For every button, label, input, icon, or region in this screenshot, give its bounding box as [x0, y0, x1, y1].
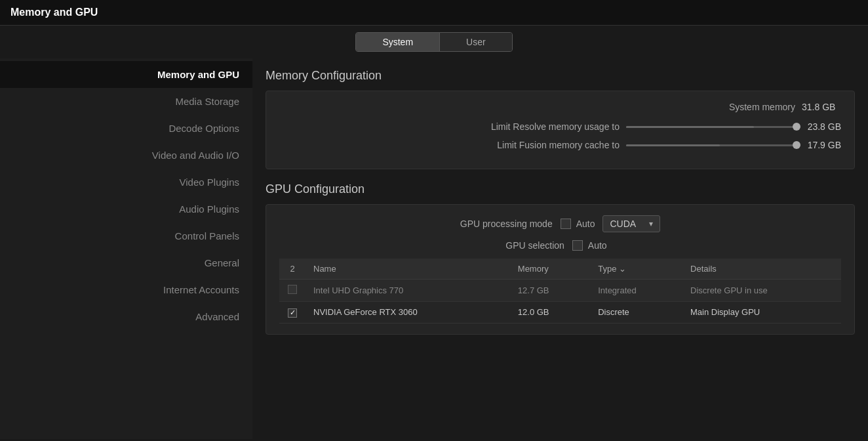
gpu-row1-memory: 12.7 GB — [510, 280, 590, 302]
memory-section-title: Memory Configuration — [266, 69, 855, 83]
fusion-slider-value: 17.9 GB — [802, 140, 841, 150]
gpu-col-name: Name — [306, 259, 510, 280]
gpu-col-details: Details — [682, 259, 841, 280]
system-memory-label: System memory — [729, 102, 795, 112]
memory-config-box: System memory 31.8 GB Limit Resolve memo… — [266, 91, 855, 169]
gpu-config-box: GPU processing mode Auto CUDA ▾ GPU sele… — [266, 204, 855, 335]
gpu-processing-mode-auto: Auto — [576, 219, 595, 229]
fusion-slider-thumb — [793, 141, 800, 149]
gpu-row1-details: Discrete GPU in use — [682, 280, 841, 302]
resolve-memory-row: Limit Resolve memory usage to 23.8 GB — [279, 121, 841, 132]
resolve-slider-fill — [626, 126, 754, 128]
tab-system[interactable]: System — [356, 33, 440, 51]
tab-group: System User — [355, 32, 512, 52]
gpu-processing-mode-dropdown[interactable]: CUDA ▾ — [602, 215, 660, 232]
table-row: ✓ NVIDIA GeForce RTX 3060 12.0 GB Discre… — [279, 302, 841, 324]
resolve-slider-track[interactable] — [626, 126, 797, 128]
sidebar-item-advanced[interactable]: Advanced — [0, 303, 252, 330]
sidebar: Memory and GPU Media Storage Decode Opti… — [0, 58, 252, 439]
sidebar-item-audio-plugins[interactable]: Audio Plugins — [0, 196, 252, 222]
fusion-slider-container: Limit Fusion memory cache to 17.9 GB — [461, 140, 841, 150]
gpu-processing-mode-label: GPU processing mode — [460, 219, 553, 229]
gpu-selection-auto: Auto — [588, 240, 607, 251]
sidebar-item-video-audio-io[interactable]: Video and Audio I/O — [0, 142, 252, 169]
gpu-selection-label: GPU selection — [505, 240, 564, 251]
resolve-slider-container: Limit Resolve memory usage to 23.8 GB — [461, 121, 841, 132]
sidebar-item-video-plugins[interactable]: Video Plugins — [0, 169, 252, 196]
gpu-row1-type: Integrated — [590, 280, 682, 302]
sidebar-item-media-storage[interactable]: Media Storage — [0, 88, 252, 115]
gpu-processing-mode-dropdown-value: CUDA — [610, 219, 636, 229]
system-memory-value: 31.8 GB — [802, 102, 841, 112]
window-title: Memory and GPU — [10, 7, 858, 18]
fusion-slider-label: Limit Fusion memory cache to — [497, 140, 620, 150]
content-area: Memory Configuration System memory 31.8 … — [252, 58, 868, 439]
resolve-slider-thumb — [793, 123, 800, 131]
resolve-slider-value: 23.8 GB — [802, 121, 841, 132]
gpu-processing-mode-row: GPU processing mode Auto CUDA ▾ — [279, 215, 841, 232]
gpu-table-header: 2 Name Memory Type ⌄ Details — [279, 259, 841, 280]
gpu-selection-checkbox[interactable] — [572, 240, 583, 251]
gpu-row2-type: Discrete — [590, 302, 682, 324]
sort-icon: ⌄ — [619, 264, 626, 274]
fusion-slider-fill — [626, 144, 720, 146]
gpu-col-type[interactable]: Type ⌄ — [590, 259, 682, 280]
tab-user[interactable]: User — [440, 33, 512, 51]
fusion-slider-track[interactable] — [626, 144, 797, 146]
gpu-col-memory: Memory — [510, 259, 590, 280]
fusion-memory-row: Limit Fusion memory cache to 17.9 GB — [279, 140, 841, 150]
sidebar-item-internet-accounts[interactable]: Internet Accounts — [0, 276, 252, 303]
gpu-table: 2 Name Memory Type ⌄ Details — [279, 259, 841, 324]
checkbox-unchecked-icon — [288, 285, 297, 294]
resolve-slider-label: Limit Resolve memory usage to — [491, 121, 620, 132]
sidebar-item-general[interactable]: General — [0, 249, 252, 276]
tab-bar: System User — [0, 26, 868, 58]
gpu-processing-mode-checkbox[interactable] — [561, 219, 571, 229]
gpu-row2-memory: 12.0 GB — [510, 302, 590, 324]
gpu-row1-name: Intel UHD Graphics 770 — [306, 280, 510, 302]
sidebar-item-decode-options[interactable]: Decode Options — [0, 115, 252, 142]
checkbox-checked-icon: ✓ — [288, 308, 297, 318]
system-memory-row: System memory 31.8 GB — [279, 102, 841, 112]
gpu-row2-details: Main Display GPU — [682, 302, 841, 324]
sidebar-item-control-panels[interactable]: Control Panels — [0, 222, 252, 249]
gpu-row2-name: NVIDIA GeForce RTX 3060 — [306, 302, 510, 324]
gpu-section-title: GPU Configuration — [266, 182, 855, 196]
chevron-down-icon: ▾ — [649, 219, 653, 228]
table-row: Intel UHD Graphics 770 12.7 GB Integrate… — [279, 280, 841, 302]
gpu-col-num: 2 — [279, 259, 306, 280]
sidebar-item-memory-gpu[interactable]: Memory and GPU — [0, 61, 252, 88]
title-bar: Memory and GPU — [0, 0, 868, 26]
main-layout: Memory and GPU Media Storage Decode Opti… — [0, 58, 868, 439]
type-sort-label: Type ⌄ — [598, 264, 626, 274]
gpu-row1-check[interactable] — [279, 280, 306, 302]
gpu-row2-check[interactable]: ✓ — [279, 302, 306, 324]
gpu-selection-row: GPU selection Auto — [279, 240, 841, 251]
